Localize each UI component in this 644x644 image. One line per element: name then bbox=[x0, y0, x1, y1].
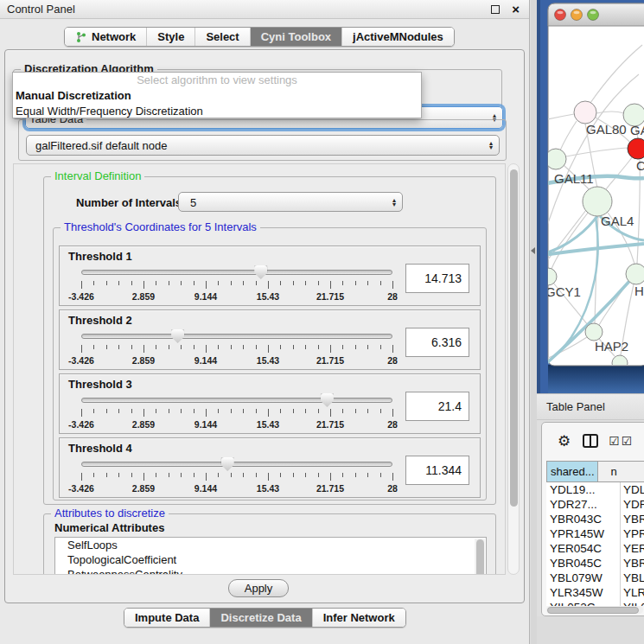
table-cell[interactable]: YER054C bbox=[546, 541, 621, 556]
threshold-value-field[interactable]: 11.344 bbox=[405, 456, 469, 485]
tab-impute-data[interactable]: Impute Data bbox=[124, 609, 209, 627]
table-row[interactable]: YBR043CYBR0 bbox=[546, 512, 644, 526]
dropdown-placeholder-option[interactable]: Select algorithm to view settings bbox=[13, 73, 421, 88]
attribute-list-item[interactable]: TopologicalCoefficient bbox=[55, 552, 486, 567]
button-gloss bbox=[574, 11, 580, 14]
tick bbox=[206, 409, 207, 417]
table-settings-gear-icon[interactable]: ⚙ bbox=[558, 434, 571, 449]
table-row[interactable]: YLR345WYLR3 bbox=[546, 585, 644, 600]
table-cell[interactable]: YLR3 bbox=[621, 585, 644, 600]
table-row[interactable]: YBL079WYBL0 bbox=[546, 571, 644, 585]
table-cell[interactable]: YPR145W bbox=[546, 526, 621, 541]
tick bbox=[243, 281, 244, 285]
table-cell[interactable]: YBL0 bbox=[621, 571, 644, 585]
dropdown-option[interactable]: Manual Discretization bbox=[13, 88, 421, 104]
column-header[interactable]: shared... bbox=[546, 461, 598, 482]
network-node[interactable] bbox=[626, 264, 644, 284]
close-window-icon[interactable] bbox=[555, 10, 566, 21]
list-scrollbar-thumb[interactable] bbox=[476, 539, 484, 575]
zoom-window-icon[interactable] bbox=[588, 10, 599, 21]
tick bbox=[392, 409, 393, 417]
threshold-value-field[interactable]: 14.713 bbox=[405, 264, 469, 293]
close-panel-icon[interactable]: × bbox=[512, 0, 520, 19]
network-node[interactable] bbox=[628, 138, 644, 159]
column-layout-icon[interactable] bbox=[583, 434, 598, 448]
table-cell[interactable]: YDR2 bbox=[621, 497, 644, 512]
tick bbox=[206, 473, 207, 481]
table-cell[interactable]: YDR27... bbox=[546, 497, 621, 512]
attribute-list-item[interactable]: BetweennessCentrality bbox=[55, 567, 486, 575]
tab-cyni-toolbox[interactable]: Cyni Toolbox bbox=[250, 28, 341, 46]
tab-jactivemnodules[interactable]: jActiveMNodules bbox=[341, 28, 454, 46]
select-all-checkbox-icon[interactable]: ☑ bbox=[622, 435, 633, 447]
tick bbox=[93, 409, 94, 413]
slider-thumb[interactable] bbox=[221, 457, 234, 471]
tick bbox=[194, 281, 194, 285]
tick-label: 9.144 bbox=[194, 483, 217, 494]
table-toolbar: ⚙ ☑ ☑ bbox=[542, 428, 644, 454]
table-cell[interactable]: YPR1 bbox=[621, 526, 644, 541]
table-horizontal-scrollbar[interactable] bbox=[546, 606, 643, 614]
table-cell[interactable]: YBL079W bbox=[546, 571, 621, 585]
network-node[interactable] bbox=[574, 101, 596, 124]
slider-thumb[interactable] bbox=[171, 329, 184, 343]
attribute-list-item[interactable]: SelfLoops bbox=[55, 538, 486, 552]
tick-label: 15.43 bbox=[257, 483, 279, 494]
tab-style[interactable]: Style bbox=[146, 28, 194, 46]
threshold-value-field[interactable]: 21.4 bbox=[405, 392, 469, 421]
algorithm-dropdown-popup: Select algorithm to view settings Manual… bbox=[12, 72, 422, 118]
network-node[interactable] bbox=[583, 187, 612, 216]
table-row[interactable]: YDL19...YDL1 bbox=[546, 482, 644, 497]
slider-thumb[interactable] bbox=[321, 393, 334, 407]
list-scrollbar[interactable] bbox=[475, 539, 485, 575]
settings-vertical-scrollbar[interactable] bbox=[507, 163, 520, 575]
divider-collapse-icon[interactable] bbox=[531, 247, 535, 254]
tick bbox=[367, 409, 368, 413]
button-gloss bbox=[590, 11, 596, 14]
float-window-icon[interactable] bbox=[491, 5, 500, 14]
threshold-slider[interactable]: -3.4262.8599.14415.4321.71528 bbox=[81, 458, 392, 496]
tab-discretize-data[interactable]: Discretize Data bbox=[209, 609, 311, 627]
table-cell[interactable]: YIL052C bbox=[546, 600, 621, 606]
threshold-slider[interactable]: -3.4262.8599.14415.4321.71528 bbox=[81, 266, 392, 304]
table-row[interactable]: YPR145WYPR1 bbox=[546, 526, 644, 541]
threshold-value-field[interactable]: 6.316 bbox=[405, 328, 469, 357]
table-cell[interactable]: YBR0 bbox=[621, 512, 644, 526]
network-node[interactable] bbox=[585, 323, 603, 341]
network-node[interactable] bbox=[545, 149, 566, 169]
tab-select[interactable]: Select bbox=[194, 28, 249, 46]
dropdown-option[interactable]: Equal Width/Frequency Discretization bbox=[13, 104, 421, 119]
minimize-window-icon[interactable] bbox=[571, 10, 583, 21]
table-hscrollbar-thumb[interactable] bbox=[547, 607, 639, 614]
tab-network[interactable]: Network bbox=[65, 28, 146, 46]
apply-button[interactable]: Apply bbox=[228, 579, 289, 597]
slider-thumb[interactable] bbox=[254, 265, 267, 279]
tab-infer-network[interactable]: Infer Network bbox=[312, 609, 405, 627]
tick bbox=[355, 409, 356, 413]
table-cell[interactable]: YDL19... bbox=[546, 482, 621, 497]
node-label: GAL11 bbox=[554, 171, 594, 186]
select-columns-checkbox-icon[interactable]: ☑ bbox=[609, 435, 620, 447]
table-panel: ⚙ ☑ ☑ shared...nYDL19...YDL1YDR27...YDR2… bbox=[541, 422, 644, 616]
table-cell[interactable]: YBR045C bbox=[546, 556, 621, 571]
tick bbox=[81, 473, 82, 481]
table-cell[interactable]: YLR345W bbox=[546, 585, 621, 600]
tick bbox=[243, 409, 244, 413]
table-row[interactable]: YIL052CYIL0 bbox=[546, 600, 644, 606]
threshold-slider[interactable]: -3.4262.8599.14415.4321.71528 bbox=[81, 394, 392, 432]
settings-scrollbar-thumb[interactable] bbox=[510, 169, 518, 507]
table-cell[interactable]: YBR0 bbox=[621, 556, 644, 571]
table-cell[interactable]: YIL0 bbox=[621, 600, 644, 606]
threshold-slider[interactable]: -3.4262.8599.14415.4321.71528 bbox=[81, 330, 392, 368]
number-of-intervals-combobox[interactable]: 5 ▴ ▾ bbox=[178, 192, 403, 212]
table-cell[interactable]: YDL1 bbox=[621, 482, 644, 497]
table-cell[interactable]: YER0 bbox=[621, 541, 644, 556]
table-cell[interactable]: YBR043C bbox=[546, 512, 621, 526]
pane-divider[interactable] bbox=[531, 0, 537, 644]
tab-label: Impute Data bbox=[135, 611, 199, 624]
table-row[interactable]: YER054CYER0 bbox=[546, 541, 644, 556]
table-row[interactable]: YBR045CYBR0 bbox=[546, 556, 644, 571]
column-header[interactable]: n bbox=[598, 461, 644, 482]
table-data-combobox[interactable]: galFiltered.sif default node ▴ ▾ bbox=[26, 135, 500, 156]
table-row[interactable]: YDR27...YDR2 bbox=[546, 497, 644, 512]
